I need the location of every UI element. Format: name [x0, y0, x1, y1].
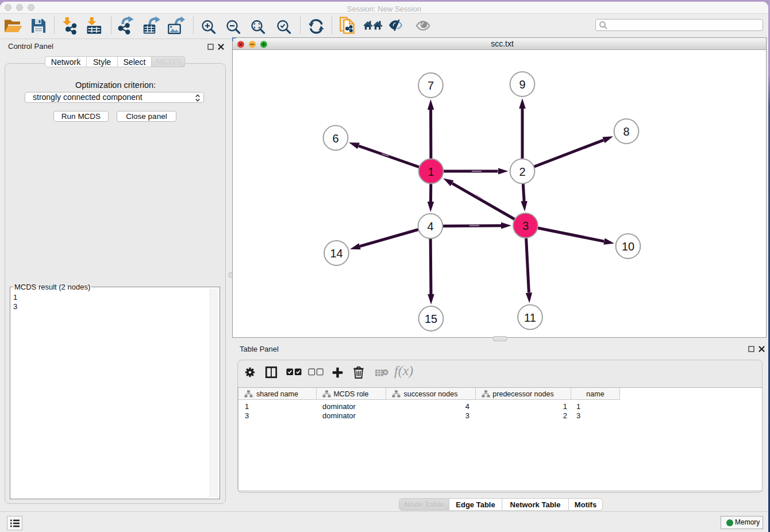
- svg-text:10: 10: [622, 240, 634, 253]
- svg-text:8: 8: [623, 125, 629, 138]
- svg-text:9: 9: [519, 78, 525, 91]
- svg-text:2: 2: [519, 165, 525, 178]
- svg-text:4: 4: [427, 220, 433, 233]
- svg-text:3: 3: [522, 219, 529, 232]
- svg-text:14: 14: [330, 247, 342, 260]
- svg-text:7: 7: [428, 79, 434, 92]
- svg-text:1: 1: [428, 165, 434, 178]
- svg-text:6: 6: [332, 132, 338, 145]
- svg-text:15: 15: [425, 313, 437, 325]
- svg-text:11: 11: [524, 311, 536, 324]
